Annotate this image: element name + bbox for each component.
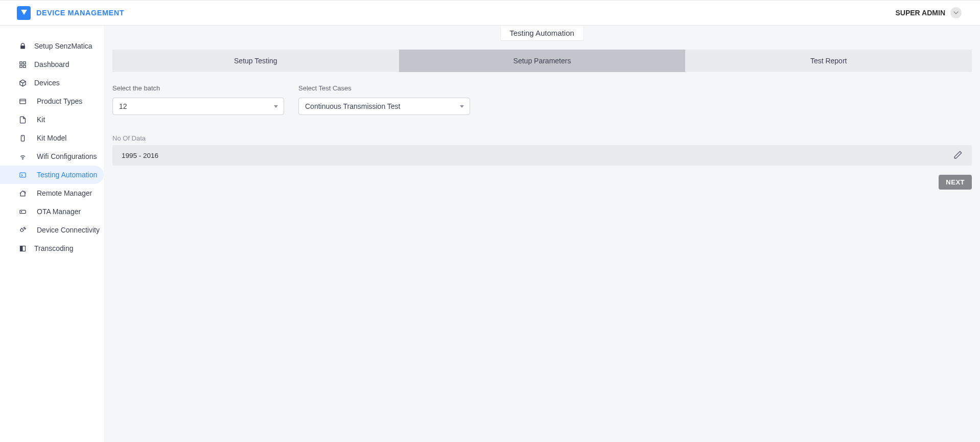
terminal-icon (18, 171, 27, 179)
app-title: DEVICE MANAGEMENT (36, 9, 124, 17)
svg-marker-0 (21, 10, 27, 15)
sidebar-item-devices[interactable]: Devices (0, 74, 104, 92)
box-icon (18, 97, 27, 106)
card-icon (18, 207, 27, 216)
file-icon (18, 115, 27, 124)
sidebar: Setup SenzMatica Dashboard Devices Produ… (0, 26, 104, 442)
sidebar-item-label: Transcoding (34, 244, 74, 252)
tab-setup-testing[interactable]: Setup Testing (112, 50, 399, 72)
dashboard-icon (18, 60, 27, 69)
cube-icon (18, 79, 27, 87)
batch-select-value: 12 (119, 102, 127, 110)
next-button[interactable]: NEXT (939, 175, 972, 190)
svg-rect-11 (20, 210, 26, 213)
sidebar-item-label: OTA Manager (37, 207, 81, 216)
sidebar-item-label: Device Connectivity (37, 226, 100, 234)
sidebar-item-label: Kit Model (37, 134, 66, 142)
svg-point-12 (21, 211, 21, 212)
column-icon (18, 244, 27, 253)
svg-rect-2 (24, 61, 26, 63)
caret-down-icon (459, 102, 464, 110)
svg-marker-18 (460, 105, 464, 108)
sidebar-item-dashboard[interactable]: Dashboard (0, 55, 104, 74)
svg-rect-4 (24, 65, 26, 67)
sidebar-item-label: Wifi Configurations (37, 152, 97, 160)
sidebar-item-remote-manager[interactable]: Remote Manager (0, 184, 104, 202)
sidebar-item-label: Product Types (37, 97, 82, 105)
svg-line-14 (25, 228, 26, 229)
batch-label: Select the batch (112, 84, 284, 92)
phone-icon (18, 134, 27, 143)
sidebar-item-transcoding[interactable]: Transcoding (0, 239, 104, 258)
tests-select-value: Continuous Transmission Test (305, 102, 401, 110)
no-of-data-label: No Of Data (112, 134, 972, 142)
svg-rect-1 (20, 61, 22, 63)
sidebar-item-ota-manager[interactable]: OTA Manager (0, 202, 104, 221)
home-signal-icon (18, 189, 27, 198)
user-menu-toggle[interactable] (950, 7, 962, 18)
wifi-icon (18, 152, 27, 161)
edit-icon[interactable] (953, 150, 963, 161)
sidebar-item-label: Devices (34, 79, 60, 87)
tab-test-report[interactable]: Test Report (685, 50, 972, 72)
sidebar-item-label: Testing Automation (37, 171, 97, 179)
no-of-data-value: 1995 - 2016 (122, 152, 158, 159)
sidebar-item-label: Remote Manager (37, 189, 92, 197)
lock-icon (18, 42, 27, 51)
sidebar-item-label: Setup SenzMatica (34, 42, 92, 50)
page-chip: Testing Automation (500, 26, 584, 41)
sidebar-item-setup-senzmatica[interactable]: Setup SenzMatica (0, 37, 104, 55)
svg-rect-16 (20, 246, 23, 251)
svg-rect-3 (20, 65, 22, 67)
sidebar-item-device-connectivity[interactable]: Device Connectivity (0, 221, 104, 239)
chevron-down-icon (953, 10, 959, 15)
current-user-label: SUPER ADMIN (896, 9, 946, 17)
caret-down-icon (273, 102, 278, 110)
svg-line-13 (24, 227, 25, 228)
tests-label: Select Test Cases (298, 84, 470, 92)
sidebar-item-testing-automation[interactable]: Testing Automation (0, 166, 104, 184)
svg-rect-5 (20, 99, 26, 104)
tab-setup-parameters[interactable]: Setup Parameters (399, 50, 686, 72)
sidebar-item-label: Kit (37, 115, 45, 124)
batch-select[interactable]: 12 (112, 98, 284, 115)
no-of-data-row: 1995 - 2016 (112, 145, 972, 166)
sidebar-item-product-types[interactable]: Product Types (0, 92, 104, 110)
sidebar-item-wifi-configurations[interactable]: Wifi Configurations (0, 147, 104, 166)
sidebar-item-kit[interactable]: Kit (0, 110, 104, 129)
plug-icon (18, 226, 27, 235)
tests-select[interactable]: Continuous Transmission Test (298, 98, 470, 115)
sidebar-item-kit-model[interactable]: Kit Model (0, 129, 104, 147)
sidebar-item-label: Dashboard (34, 60, 69, 68)
svg-rect-10 (20, 173, 26, 177)
svg-point-9 (22, 158, 23, 159)
svg-marker-17 (274, 105, 278, 108)
app-logo (17, 6, 31, 20)
main-content: Testing Automation Setup Testing Setup P… (104, 26, 980, 442)
step-tabs: Setup Testing Setup Parameters Test Repo… (112, 50, 972, 72)
app-header: DEVICE MANAGEMENT SUPER ADMIN (0, 1, 980, 26)
